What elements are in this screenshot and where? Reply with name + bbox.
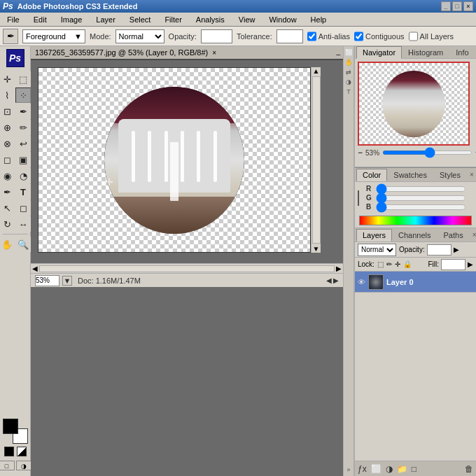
- scroll-right-arrow[interactable]: ▶: [336, 265, 342, 272]
- blur-tool[interactable]: ◉: [0, 168, 15, 183]
- vertical-scrollbar[interactable]: ▲ ▼: [311, 67, 321, 253]
- maximize-button[interactable]: □: [452, 1, 462, 11]
- title-bar-buttons[interactable]: _ □ ×: [441, 1, 473, 11]
- contiguous-checkbox[interactable]: [354, 29, 363, 43]
- menu-window[interactable]: Window: [265, 14, 300, 25]
- dodge-tool[interactable]: ◔: [15, 168, 31, 183]
- menu-filter[interactable]: Filter: [160, 14, 186, 25]
- shape-tool[interactable]: ◻: [15, 200, 31, 216]
- layer-visibility-icon[interactable]: 👁: [358, 278, 365, 286]
- brush-tool[interactable]: ✏: [15, 120, 31, 135]
- zoom-input[interactable]: 53%: [35, 275, 59, 286]
- 3d-pan-tool[interactable]: ↔: [15, 216, 31, 232]
- opacity-input[interactable]: 100%: [201, 29, 232, 43]
- lock-position-icon[interactable]: ✛: [395, 260, 400, 268]
- panel-switch-icon[interactable]: ⇄: [346, 69, 351, 76]
- standard-mode-btn[interactable]: □: [0, 461, 15, 470]
- document-tab-close[interactable]: ×: [212, 49, 216, 57]
- add-mask-btn[interactable]: ⬜: [371, 464, 382, 474]
- scroll-left-arrow[interactable]: ◀: [32, 265, 38, 272]
- new-group-btn[interactable]: 📁: [397, 464, 407, 474]
- menu-file[interactable]: File: [3, 14, 24, 25]
- tab-color[interactable]: Color: [356, 169, 387, 181]
- green-slider[interactable]: [376, 195, 466, 201]
- lock-all-icon[interactable]: 🔒: [403, 260, 412, 268]
- marquee-tool[interactable]: ⬚: [15, 71, 31, 87]
- swap-colors-icon[interactable]: [17, 447, 27, 456]
- foreground-select[interactable]: Foreground ▼: [22, 29, 85, 43]
- zoom-popup-btn[interactable]: ▼: [62, 276, 72, 286]
- panel-hand-icon[interactable]: ✋: [345, 59, 353, 66]
- add-style-btn[interactable]: ƒx: [358, 464, 367, 474]
- close-button[interactable]: ×: [463, 1, 473, 11]
- panel-nav-icon[interactable]: ⬜: [345, 49, 353, 56]
- fill-arrow[interactable]: ▶: [468, 260, 473, 268]
- menu-analysis[interactable]: Analysis: [192, 14, 229, 25]
- scroll-down-arrow[interactable]: ▼: [313, 245, 320, 253]
- gradient-tool[interactable]: ▣: [15, 152, 31, 167]
- crop-tool[interactable]: ⊡: [0, 104, 15, 119]
- document-canvas[interactable]: ✛: [38, 67, 311, 253]
- layer-row[interactable]: 👁 Layer 0: [355, 272, 476, 293]
- eyedropper-tool[interactable]: ✒: [15, 104, 31, 119]
- nav-arrows[interactable]: ◀ ▶: [326, 276, 339, 284]
- horizontal-scrollbar[interactable]: ◀ ▶: [31, 263, 343, 273]
- foreground-color-swatch[interactable]: [3, 419, 18, 434]
- menu-view[interactable]: View: [234, 14, 260, 25]
- all-layers-group[interactable]: All Layers: [409, 29, 454, 43]
- tab-swatches[interactable]: Swatches: [387, 169, 433, 181]
- fg-bg-colors[interactable]: [3, 419, 28, 444]
- menu-edit[interactable]: Edit: [29, 14, 51, 25]
- new-layer-btn[interactable]: □: [412, 464, 416, 474]
- menu-select[interactable]: Select: [125, 14, 155, 25]
- history-brush-tool[interactable]: ↩: [15, 136, 31, 151]
- anti-alias-checkbox[interactable]: [307, 29, 316, 43]
- color-fg-swatch[interactable]: [358, 190, 359, 206]
- eraser-tool[interactable]: ◻: [0, 152, 15, 167]
- hand-tool[interactable]: ✋: [0, 237, 15, 252]
- layers-panel-close[interactable]: ×: [470, 231, 476, 239]
- tab-navigator[interactable]: Navigator: [356, 46, 402, 59]
- pen-tool[interactable]: ✒: [0, 184, 15, 200]
- clone-tool[interactable]: ⊗: [0, 136, 15, 151]
- panel-type-icon[interactable]: T: [346, 88, 351, 95]
- layers-opacity-input[interactable]: 100%: [427, 244, 451, 255]
- tab-paths[interactable]: Paths: [438, 229, 470, 241]
- tab-histogram[interactable]: Histogram: [402, 46, 449, 59]
- tolerance-input[interactable]: 32: [276, 29, 303, 43]
- text-tool[interactable]: T: [15, 184, 31, 200]
- menu-help[interactable]: Help: [307, 14, 331, 25]
- minimize-button[interactable]: _: [441, 1, 451, 11]
- tab-styles[interactable]: Styles: [433, 169, 467, 181]
- nav-zoom-slider[interactable]: [382, 150, 472, 155]
- zoom-status[interactable]: 53% ▼: [35, 275, 72, 286]
- blend-mode-select[interactable]: Normal: [358, 244, 396, 256]
- path-select-tool[interactable]: ↖: [0, 200, 15, 216]
- heal-tool[interactable]: ⊕: [0, 120, 15, 135]
- opacity-arrow[interactable]: ▶: [454, 246, 459, 253]
- tab-info[interactable]: Info: [449, 46, 475, 59]
- delete-layer-btn[interactable]: 🗑: [465, 464, 473, 474]
- document-tab-minimize[interactable]: _: [336, 48, 340, 55]
- scroll-thumb[interactable]: [312, 76, 321, 244]
- default-colors-icon[interactable]: [4, 447, 14, 456]
- nav-prev[interactable]: ◀: [326, 276, 332, 284]
- 3d-rotate-tool[interactable]: ↻: [0, 216, 15, 232]
- color-spectrum-bar[interactable]: [359, 216, 472, 225]
- tab-channels[interactable]: Channels: [392, 229, 437, 241]
- new-fill-btn[interactable]: ◑: [386, 464, 393, 474]
- quick-select-tool[interactable]: ⁘: [15, 88, 31, 103]
- quick-mask-btn[interactable]: ◑: [16, 461, 31, 470]
- fill-input[interactable]: 100%: [441, 259, 465, 270]
- panel-mask-icon[interactable]: ◑: [346, 78, 351, 85]
- mode-select[interactable]: Normal: [115, 29, 164, 43]
- tab-layers[interactable]: Layers: [356, 229, 392, 241]
- red-slider[interactable]: [376, 186, 466, 192]
- panel-expand-icon[interactable]: »: [346, 466, 350, 473]
- color-panel-close[interactable]: ×: [467, 171, 476, 178]
- all-layers-checkbox[interactable]: [409, 29, 418, 43]
- foreground-dropdown[interactable]: Foreground ▼: [22, 29, 85, 43]
- move-tool[interactable]: ✛: [0, 71, 15, 87]
- lock-image-icon[interactable]: ✏: [386, 260, 392, 268]
- scroll-h-thumb[interactable]: [39, 265, 335, 272]
